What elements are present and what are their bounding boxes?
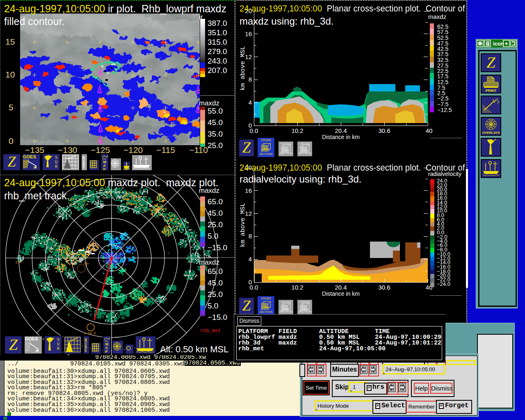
- svg-text:4: 4: [249, 256, 252, 262]
- svg-text:Z: Z: [8, 154, 16, 170]
- svg-text:Z: Z: [242, 298, 251, 314]
- svg-text:S: S: [83, 166, 85, 169]
- svg-text:GOES: GOES: [23, 154, 36, 159]
- svg-text:S: S: [55, 155, 57, 160]
- svg-text:16: 16: [245, 187, 252, 194]
- svg-text:10.2: 10.2: [291, 284, 303, 291]
- svg-text:CROSS: CROSS: [261, 139, 271, 142]
- svg-text:SECTION: SECTION: [260, 310, 272, 313]
- svg-text:40: 40: [426, 127, 433, 134]
- svg-text:30.6: 30.6: [378, 127, 390, 134]
- svg-text:km above MSL: km above MSL: [240, 203, 247, 247]
- svg-text:IR: IR: [35, 349, 39, 353]
- svg-text:8: 8: [249, 233, 252, 240]
- svg-text:×ƒ: ×ƒ: [72, 271, 76, 274]
- svg-text:Distance in km: Distance in km: [322, 134, 360, 140]
- svg-text:10: 10: [15, 260, 20, 265]
- svg-text:Z: Z: [486, 54, 495, 71]
- svg-text:PRINT: PRINT: [486, 89, 497, 93]
- svg-text:P: P: [103, 167, 106, 170]
- svg-text:SECTION: SECTION: [279, 152, 292, 155]
- svg-text:P: P: [105, 349, 108, 354]
- svg-text:U: U: [55, 160, 57, 164]
- svg-text:Z: Z: [242, 139, 251, 156]
- svg-text:GOES: GOES: [25, 336, 38, 341]
- svg-text:CROSS: CROSS: [261, 297, 271, 300]
- svg-text:SECTION: SECTION: [260, 153, 272, 155]
- svg-text:U: U: [57, 342, 59, 347]
- svg-text:Distance in km: Distance in km: [322, 290, 360, 297]
- svg-text:OVERLAYS: OVERLAYS: [482, 131, 500, 135]
- svg-text:0.0: 0.0: [250, 127, 258, 134]
- svg-text:20.4: 20.4: [335, 127, 347, 134]
- svg-text:S: S: [85, 349, 87, 352]
- svg-text:R: R: [57, 347, 59, 351]
- svg-text:R: R: [55, 164, 57, 169]
- svg-text:4: 4: [249, 99, 252, 106]
- svg-text:10.2: 10.2: [291, 127, 303, 134]
- svg-text:0.0: 0.0: [250, 284, 258, 291]
- svg-text:Z: Z: [9, 336, 18, 353]
- svg-text:km above MSL: km above MSL: [240, 46, 247, 90]
- svg-text:16: 16: [245, 30, 252, 37]
- svg-text:8: 8: [249, 76, 252, 83]
- svg-text:SECTION: SECTION: [298, 152, 311, 155]
- svg-text:icon: icon: [493, 41, 504, 47]
- svg-text:20.4: 20.4: [335, 284, 347, 291]
- svg-text:S: S: [57, 338, 59, 342]
- svg-text:SECTION: SECTION: [279, 310, 292, 313]
- svg-text:SECTION: SECTION: [298, 310, 311, 313]
- svg-text:IR: IR: [33, 166, 37, 170]
- svg-text:30.6: 30.6: [378, 284, 390, 291]
- svg-text:b—VE–8: b—VE–8: [84, 331, 96, 335]
